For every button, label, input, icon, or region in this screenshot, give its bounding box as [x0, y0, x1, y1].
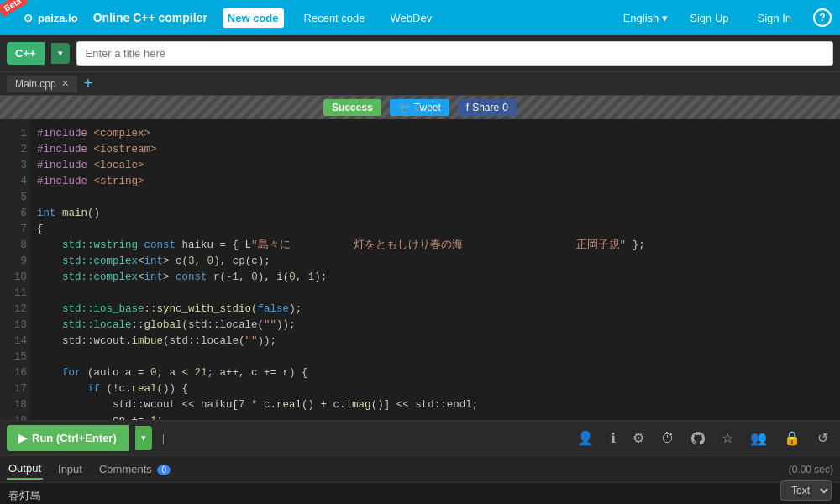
- tweet-button[interactable]: 🐦 Tweet: [390, 99, 449, 116]
- logo-icon: ⊙: [24, 12, 33, 24]
- community-icon[interactable]: 👥: [745, 430, 772, 446]
- app-wrapper: Beta ⊙ paiza.io Online C++ compiler New …: [0, 0, 840, 504]
- profile-icon[interactable]: 👤: [572, 430, 599, 446]
- star-icon[interactable]: ☆: [717, 430, 738, 446]
- title-input[interactable]: [76, 41, 833, 66]
- tab-main-cpp[interactable]: Main.cpp ✕: [7, 76, 77, 92]
- success-badge: Success: [323, 99, 381, 116]
- run-icon: ▶: [18, 432, 27, 444]
- output-tabs: Output Input Comments 0 (0.00 sec): [0, 456, 840, 483]
- facebook-icon: f: [466, 102, 469, 113]
- tweet-label: Tweet: [414, 102, 441, 113]
- run-label: Run (Ctrl+Enter): [32, 432, 117, 444]
- cursor-indicator: |: [159, 432, 168, 444]
- fb-share-count: 0: [502, 102, 508, 113]
- output-content: 春灯島 な々: [0, 483, 840, 504]
- tab-input[interactable]: Input: [56, 459, 84, 479]
- language-arrow: ▾: [662, 12, 668, 24]
- info-icon[interactable]: ℹ: [606, 430, 621, 446]
- output-panel: Output Input Comments 0 (0.00 sec) 春灯島 な…: [0, 455, 840, 504]
- language-label: English: [623, 12, 659, 24]
- nav-recent-code[interactable]: Recent code: [299, 8, 370, 28]
- compiler-title: Online C++ compiler: [93, 11, 207, 24]
- tab-comments[interactable]: Comments 0: [97, 459, 172, 479]
- toolbar: C++ ▾: [0, 35, 840, 72]
- clock-icon[interactable]: ⏱: [656, 431, 680, 446]
- language-dropdown-arrow[interactable]: ▾: [51, 43, 70, 64]
- status-bar: Success 🐦 Tweet f Share 0: [0, 96, 840, 119]
- facebook-share-button[interactable]: f Share 0: [458, 99, 517, 116]
- language-dropdown[interactable]: C++: [7, 42, 45, 65]
- tab-close-icon[interactable]: ✕: [61, 78, 69, 89]
- help-icon[interactable]: ?: [813, 8, 832, 27]
- bottom-toolbar: ▶ Run (Ctrl+Enter) ▾ | 👤 ℹ ⚙ ⏱ ☆ 👥 🔒 ↺: [0, 420, 840, 455]
- refresh-icon[interactable]: ↺: [812, 430, 833, 446]
- output-time: (0.00 sec): [789, 464, 833, 475]
- output-line-1: 春灯島: [8, 488, 832, 504]
- logo-area: ⊙ paiza.io: [24, 12, 78, 24]
- top-nav: Beta ⊙ paiza.io Online C++ compiler New …: [0, 0, 840, 35]
- tab-add-button[interactable]: +: [81, 75, 97, 92]
- comments-badge: 0: [157, 465, 171, 475]
- text-format-select[interactable]: Text: [780, 480, 832, 501]
- github-icon[interactable]: [686, 432, 710, 445]
- lock-icon[interactable]: 🔒: [779, 430, 806, 446]
- twitter-icon: 🐦: [398, 102, 411, 113]
- run-button-arrow[interactable]: ▾: [135, 426, 152, 450]
- line-numbers: 12345 678910 1112131415 1617181920 21222…: [0, 119, 30, 420]
- tabs-row: Main.cpp ✕ +: [0, 72, 840, 96]
- run-button[interactable]: ▶ Run (Ctrl+Enter): [7, 425, 129, 451]
- tab-output[interactable]: Output: [7, 459, 43, 480]
- nav-webdev[interactable]: WebDev: [386, 8, 438, 28]
- signin-button[interactable]: Sign In: [751, 8, 798, 28]
- code-editor[interactable]: 12345 678910 1112131415 1617181920 21222…: [0, 119, 840, 420]
- settings-icon[interactable]: ⚙: [627, 430, 649, 446]
- nav-new-code[interactable]: New code: [223, 8, 284, 28]
- fb-share-label: Share: [472, 102, 499, 113]
- tab-filename: Main.cpp: [15, 78, 56, 90]
- code-content[interactable]: #include <complex> #include <iostream> #…: [30, 119, 840, 420]
- language-select[interactable]: English ▾: [623, 12, 669, 24]
- signup-button[interactable]: Sign Up: [683, 8, 735, 28]
- logo-name: paiza.io: [38, 12, 78, 24]
- output-footer: Text: [772, 477, 840, 504]
